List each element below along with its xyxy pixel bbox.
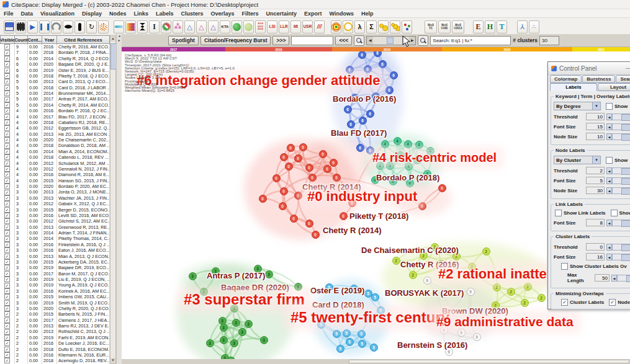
visible-checkbox[interactable]: ✓ xyxy=(4,259,10,265)
visible-checkbox[interactable]: ✓ xyxy=(4,190,10,195)
node-label[interactable]: Blau FD (2017) xyxy=(331,128,387,138)
network-node-cluster-9[interactable]: 9 xyxy=(423,277,431,285)
tab-colormap[interactable]: Colormap xyxy=(550,75,582,83)
visible-checkbox[interactable]: ✓ xyxy=(4,247,10,253)
visible-checkbox[interactable]: ✓ xyxy=(4,68,10,73)
menu-item-export[interactable]: Export xyxy=(300,11,326,17)
chain-icon[interactable] xyxy=(390,20,400,33)
visible-checkbox[interactable]: ✓ xyxy=(4,340,10,346)
table-row[interactable]: ✓30.002019Smith M, 2019, Q J ECO... xyxy=(0,300,110,306)
show-link-labels-checkbox[interactable] xyxy=(555,210,562,216)
table-row[interactable]: ✓20.002016De Loecker J, 2016, EC... xyxy=(0,340,110,346)
visible-checkbox[interactable]: ✓ xyxy=(4,271,10,277)
network-node-cluster-0[interactable]: 0 xyxy=(323,165,331,173)
visible-checkbox[interactable]: ✓ xyxy=(4,265,10,270)
table-row[interactable]: ✓30.002013Jorda O, 2013, J MONE... xyxy=(0,189,110,195)
network-node-cluster-0[interactable]: 0 xyxy=(294,154,302,162)
table-row[interactable]: ✓20.002018Acemoglu D, 2018, REV... xyxy=(0,358,110,363)
table-row[interactable]: ✓20.002016Kliemann N, 2016, EUR... xyxy=(0,352,110,358)
llr-button[interactable]: LLR xyxy=(279,20,289,33)
column-header-count[interactable]: Count xyxy=(15,35,28,44)
menu-item-visualization[interactable]: Visualization xyxy=(37,11,78,17)
visible-checkbox[interactable]: ✓ xyxy=(4,358,10,363)
triangle-net-1-icon[interactable]: △ xyxy=(184,20,195,33)
network-node-cluster-3[interactable]: 3 xyxy=(220,336,228,344)
visible-checkbox[interactable]: ✓ xyxy=(4,120,10,125)
show-cluster-labels-checkbox[interactable] xyxy=(561,263,568,270)
font-size-slider[interactable]: ◀ xyxy=(606,177,630,184)
visible-checkbox[interactable]: ✓ xyxy=(4,102,10,108)
timeline-field[interactable] xyxy=(291,36,333,45)
visible-checkbox[interactable]: ✓ xyxy=(4,131,10,137)
visible-checkbox[interactable]: ✓ xyxy=(4,352,10,358)
table-row[interactable]: ✓40.002018Caballero RJ, 2018, RE... xyxy=(0,120,110,125)
visible-checkbox[interactable]: ✓ xyxy=(4,201,10,206)
cluster-label[interactable]: #3 superstar firm xyxy=(180,290,308,309)
saucer-icon[interactable] xyxy=(63,20,73,33)
threshold-slider[interactable]: ◀ xyxy=(606,244,630,251)
table-row[interactable]: ✓40.002016Diamond R, 2016, AM E... xyxy=(0,172,110,177)
table-row[interactable]: ✓20.002017Clemens J, 2017, J HEA... xyxy=(0,317,110,323)
overlap-node-labels-checkbox[interactable]: ✓ xyxy=(609,299,616,306)
show-links-checkbox[interactable] xyxy=(611,210,618,216)
visible-checkbox[interactable]: ✓ xyxy=(4,283,10,288)
visible-checkbox[interactable]: ✓ xyxy=(4,207,10,213)
network-node-cluster-6[interactable]: 6 xyxy=(359,117,367,125)
visible-checkbox[interactable]: ✓ xyxy=(4,154,10,160)
network-node-cluster-4[interactable]: 4 xyxy=(415,141,423,149)
visible-checkbox[interactable]: ✓ xyxy=(4,61,10,67)
table-row[interactable]: ✓30.002013Mian A, 2013, Q J ECON... xyxy=(0,254,110,259)
table-row[interactable]: ✓30.002019Young A, 2019, Q J ECO... xyxy=(0,282,110,288)
visible-checkbox[interactable]: ✓ xyxy=(4,143,10,149)
table-row[interactable]: ✓30.002015Berger D, 2015, ECONO... xyxy=(0,207,110,213)
max-length-value[interactable]: 50 xyxy=(595,274,610,282)
node-label[interactable]: Bordalo P (2018) xyxy=(376,173,439,182)
visible-checkbox[interactable]: ✓ xyxy=(4,218,10,224)
column-header-visible[interactable]: Visible xyxy=(0,35,15,44)
threshold-value[interactable]: 2 xyxy=(586,167,605,174)
table-row[interactable]: ✓40.002013He ZG, 2013, AM ECON ... xyxy=(0,131,110,137)
table-row[interactable]: ✓40.002014Mian A, 2014, ECONOM... xyxy=(0,149,110,154)
network-node-cluster-0[interactable]: 0 xyxy=(280,153,288,161)
keyword-show-checkbox[interactable] xyxy=(606,103,613,110)
menu-item-links[interactable]: Links xyxy=(130,11,152,17)
network-node-cluster-6[interactable]: 6 xyxy=(390,71,398,79)
table-row[interactable]: ✓40.002018Caliendo L, 2018, REV ... xyxy=(0,154,110,160)
menu-item-help[interactable]: Help xyxy=(358,11,377,17)
visible-checkbox[interactable]: ✓ xyxy=(4,254,10,259)
table-row[interactable]: ✓50.002014Brunnermeier MK, 2014... xyxy=(0,91,110,96)
chevron-down-icon[interactable]: ▼ xyxy=(592,102,600,110)
collapse-right-icon[interactable]: ▸ xyxy=(117,38,122,43)
minimize-icon[interactable]: — xyxy=(626,65,630,71)
table-row[interactable]: ✓60.002019Oster E, 2019, J BUS E... xyxy=(0,68,110,73)
font-size-value[interactable]: 15 xyxy=(586,123,605,130)
slider-left-icon[interactable]: ◀ xyxy=(367,37,373,45)
table-row[interactable]: ✓70.002018Bordalo P, 2018, J FINA... xyxy=(0,50,110,55)
network-node-cluster-3[interactable]: 3 xyxy=(265,270,273,278)
chevron-down-icon[interactable]: ▼ xyxy=(592,156,600,164)
visible-checkbox[interactable]: ✓ xyxy=(4,236,10,242)
table-row[interactable]: ✓60.002018Piketty T, 2018, Q J ECO... xyxy=(0,73,110,79)
network-node-cluster-0[interactable]: 0 xyxy=(279,202,287,210)
visible-checkbox[interactable]: ✓ xyxy=(4,317,10,323)
table-row[interactable]: ✓30.002016Levitt SD, 2016, AM ECO... xyxy=(0,213,110,218)
network-node-cluster-5[interactable]: 5 xyxy=(333,330,341,338)
table-row[interactable]: ✓30.002020Bordalo P, 2020, AM EC... xyxy=(0,184,110,189)
usr-button[interactable]: USR xyxy=(302,20,313,33)
visible-checkbox[interactable]: ✓ xyxy=(4,137,10,143)
network-node-cluster-3[interactable]: 3 xyxy=(220,324,228,332)
network-node-cluster-9[interactable]: 9 xyxy=(467,288,475,296)
step-forward-button[interactable]: >>> xyxy=(272,36,289,45)
clusters-count-input[interactable] xyxy=(539,36,559,45)
table-row[interactable]: ✓40.002016Bordalo P, 2016, Q J EC... xyxy=(0,108,110,113)
network-node-cluster-0[interactable]: 0 xyxy=(299,143,307,151)
node-label[interactable]: Oster E (2019) xyxy=(310,286,364,295)
visible-checkbox[interactable]: ✓ xyxy=(4,277,10,282)
table-row[interactable]: ✓20.002018Duflo E, 2018, ECONOM... xyxy=(0,347,110,352)
refresh-icon[interactable]: ↻ xyxy=(86,20,97,33)
wos-u2013-button[interactable]: WoS U2013 xyxy=(452,20,464,33)
network-node-cluster-6[interactable]: 6 xyxy=(374,51,382,57)
table-row[interactable]: ✓50.002017Antras P, 2017, AM ECO... xyxy=(0,96,110,102)
table-row[interactable]: ✓30.002014Adrian T, 2014, J FINAN... xyxy=(0,230,110,236)
search-input[interactable] xyxy=(430,36,511,45)
